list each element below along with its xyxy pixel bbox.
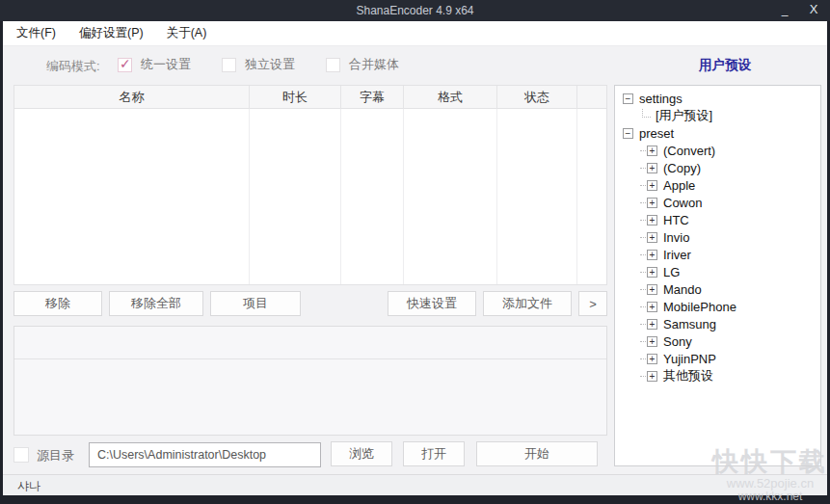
tree-item-mando[interactable]: +Mando <box>615 280 820 298</box>
log-panel <box>13 326 607 436</box>
log-panel-top-section <box>14 327 606 359</box>
action-group-left: 移除移除全部项目 <box>13 291 301 316</box>
column-header[interactable]: 字幕 <box>341 86 404 109</box>
quick-settings-button[interactable]: 快速设置 <box>388 291 476 316</box>
column-divider <box>340 109 341 284</box>
tree-item-label: Invio <box>663 230 689 245</box>
tree-item-samsung[interactable]: +Samsung <box>615 315 820 332</box>
tree-item-label: preset <box>639 126 674 141</box>
expand-icon[interactable]: + <box>647 180 657 191</box>
tree-item-label: Cowon <box>663 196 702 210</box>
expand-icon[interactable]: + <box>647 163 657 173</box>
tree-connector <box>640 306 646 307</box>
add-file-button[interactable]: 添加文件 <box>483 291 572 316</box>
tree-item-other-presets[interactable]: +其他预设 <box>615 367 820 385</box>
tree-item-label: (Copy) <box>663 161 701 175</box>
tree-item-label: [用户预设] <box>656 107 712 124</box>
close-button[interactable]: X <box>801 0 826 21</box>
tree-item-htc[interactable]: +HTC <box>615 211 820 228</box>
tree-connector <box>640 272 646 273</box>
minimize-button[interactable]: _ <box>772 0 797 21</box>
collapse-icon[interactable]: − <box>623 93 633 104</box>
open-button[interactable]: 打开 <box>403 441 465 466</box>
source-dir-checkbox[interactable] <box>13 447 29 463</box>
mode-checkbox-label: 合并媒体 <box>349 56 399 73</box>
column-header[interactable]: 时长 <box>250 86 341 109</box>
expand-icon[interactable]: + <box>647 371 657 382</box>
encode-mode-label: 编码模式: <box>46 58 100 75</box>
bottom-bar: 源目录 浏览 打开 开始 <box>13 441 607 468</box>
tree-item-cowon[interactable]: +Cowon <box>615 194 820 211</box>
expand-icon[interactable]: + <box>647 146 657 156</box>
file-table: 名称时长字幕格式状态 <box>13 85 607 285</box>
tree-item-settings[interactable]: −settings <box>615 90 820 107</box>
tree-item-copy[interactable]: +(Copy) <box>615 159 820 176</box>
tree-connector <box>640 376 646 377</box>
expand-icon[interactable]: + <box>647 284 657 295</box>
tree-item-label: (Convert) <box>663 144 715 158</box>
tree-item-user-preset[interactable]: [用户预设] <box>615 107 820 124</box>
user-preset-link[interactable]: 用户预设 <box>699 57 751 74</box>
expand-icon[interactable]: + <box>647 198 657 208</box>
independent-settings-checkbox[interactable] <box>222 58 236 72</box>
remove-all-button[interactable]: 移除全部 <box>109 291 203 316</box>
tree-item-iriver[interactable]: +Iriver <box>615 246 820 263</box>
expand-icon[interactable]: + <box>647 267 657 278</box>
more-button[interactable]: > <box>578 291 607 316</box>
tree-item-yujinpnp[interactable]: +YujinPNP <box>615 350 820 367</box>
tree-item-label: Apple <box>663 178 695 193</box>
expand-icon[interactable]: + <box>647 302 657 312</box>
tree-connector <box>640 202 646 203</box>
app-window: ShanaEncoder 4.9 x64 _ X 文件(F)偏好设置(P)关于(… <box>0 0 830 504</box>
window-title: ShanaEncoder 4.9 x64 <box>0 0 830 21</box>
tree-item-label: Samsung <box>663 317 716 332</box>
column-header[interactable] <box>577 86 606 109</box>
tree-item-sony[interactable]: +Sony <box>615 332 820 350</box>
column-header[interactable]: 格式 <box>404 86 497 109</box>
browse-button[interactable]: 浏览 <box>331 441 392 466</box>
encode-mode-bar: 编码模式: 统一设置独立设置合并媒体 用户预设 <box>3 46 827 85</box>
tree-item-convert[interactable]: +(Convert) <box>615 142 820 159</box>
expand-icon[interactable]: + <box>647 319 657 330</box>
tree-item-label: 其他预设 <box>663 367 713 385</box>
expand-icon[interactable]: + <box>647 336 657 347</box>
tree-item-label: Iriver <box>663 248 691 262</box>
encode-mode-options: 统一设置独立设置合并媒体 <box>118 56 430 73</box>
title-bar: ShanaEncoder 4.9 x64 _ X <box>0 0 830 21</box>
tree-item-apple[interactable]: +Apple <box>615 176 820 194</box>
tree-connector <box>640 358 646 359</box>
collapse-icon[interactable]: − <box>623 128 633 139</box>
mode-option: 独立设置 <box>222 56 295 73</box>
remove-button[interactable]: 移除 <box>13 291 102 316</box>
menu-about[interactable]: 关于(A) <box>167 21 207 45</box>
tree-item-label: MobilePhone <box>663 300 736 314</box>
tree-item-label: YujinPNP <box>663 352 716 366</box>
tree-item-invio[interactable]: +Invio <box>615 228 820 246</box>
start-button[interactable]: 开始 <box>476 441 598 466</box>
menu-preferences[interactable]: 偏好设置(P) <box>79 21 144 45</box>
tree-connector <box>640 324 646 325</box>
tree-connector <box>640 185 646 186</box>
expand-icon[interactable]: + <box>647 232 657 243</box>
tree-connector <box>640 254 646 255</box>
tree-item-preset[interactable]: −preset <box>615 124 820 142</box>
tree-item-lg[interactable]: +LG <box>615 263 820 280</box>
merge-media-checkbox[interactable] <box>326 58 340 72</box>
expand-icon[interactable]: + <box>647 354 657 364</box>
tree-connector <box>640 168 646 169</box>
expand-icon[interactable]: + <box>647 250 657 260</box>
column-header[interactable]: 名称 <box>14 86 250 109</box>
tree-connector <box>642 109 651 118</box>
status-bar: 샤나 <box>3 474 827 495</box>
menu-file[interactable]: 文件(F) <box>16 21 56 45</box>
unified-settings-checkbox[interactable] <box>118 58 132 72</box>
tree-connector <box>640 220 646 221</box>
column-divider <box>403 109 404 284</box>
expand-icon[interactable]: + <box>647 215 657 225</box>
project-button[interactable]: 项目 <box>210 291 301 316</box>
source-path-input[interactable] <box>89 442 321 467</box>
source-dir-label: 源目录 <box>37 447 74 464</box>
column-header[interactable]: 状态 <box>497 86 577 109</box>
tree-item-mobilephone[interactable]: +MobilePhone <box>615 298 820 315</box>
file-table-body[interactable] <box>14 109 606 284</box>
